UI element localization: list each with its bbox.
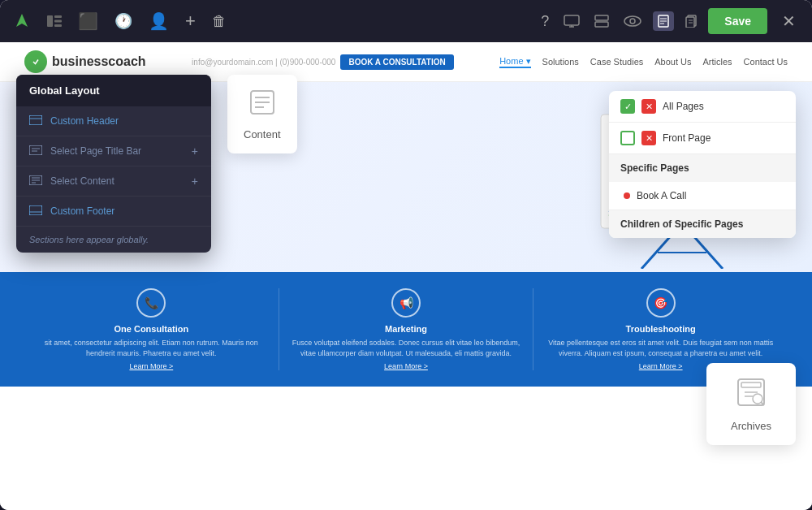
gl-select-page-title-label: Select Page Title Bar (50, 145, 141, 157)
svg-point-20 (30, 56, 41, 67)
site-contact-text: info@yourdomain.com | (0)900-000-000 (192, 58, 335, 67)
archives-icon (723, 376, 780, 415)
svg-rect-4 (54, 24, 62, 27)
page-icon[interactable] (653, 11, 674, 31)
service-consultation-body: sit amet, consectetur adipiscing elit. E… (32, 338, 270, 358)
nav-articles[interactable]: Articles (703, 57, 732, 67)
site-logo-icon (24, 50, 47, 73)
toolbar-right: ? (538, 8, 802, 34)
gl-select-content-plus[interactable]: + (192, 175, 198, 188)
pt-all-pages-x: ✕ (641, 99, 656, 114)
service-consultation: 📞 One Consultation sit amet, consectetur… (24, 288, 279, 370)
site-logo-text: businesscoach (52, 54, 146, 69)
pt-children-label: Children of Specific Pages (620, 218, 743, 230)
help-icon[interactable]: ? (538, 10, 552, 33)
pt-specific-pages-header: Specific Pages (609, 154, 796, 182)
pt-book-a-call[interactable]: Book A Call (609, 182, 796, 210)
pt-front-page-label: Front Page (663, 132, 710, 144)
gl-select-page-title-plus[interactable]: + (192, 145, 198, 158)
svg-rect-9 (595, 22, 608, 27)
svg-marker-0 (16, 14, 28, 27)
site-services: 📞 One Consultation sit amet, consectetur… (0, 272, 812, 387)
add-icon[interactable]: + (182, 7, 199, 35)
service-marketing-icon: 📢 (391, 288, 421, 318)
svg-rect-8 (595, 15, 608, 20)
site-contact: info@yourdomain.com | (0)900-000-000 BOO… (192, 54, 454, 70)
service-consultation-link[interactable]: Learn More > (32, 362, 270, 370)
close-button[interactable]: ✕ (775, 8, 802, 34)
gl-custom-footer[interactable]: Custom Footer (16, 197, 211, 227)
toolbar-left: ⬛ 🕐 👤 + 🗑 (10, 7, 230, 35)
svg-rect-33 (29, 115, 42, 125)
svg-rect-45 (741, 382, 761, 387)
gl-custom-footer-icon (29, 205, 42, 218)
gl-select-content[interactable]: Select Content + (16, 166, 211, 197)
service-marketing: 📢 Marketing Fusce volutpat eleifend soda… (279, 288, 534, 370)
service-marketing-link[interactable]: Learn More > (287, 362, 525, 370)
main-window: ⬛ 🕐 👤 + 🗑 ? (0, 0, 812, 510)
gl-footer-text: Sections here appear globally. (16, 227, 211, 253)
gl-select-page-title-icon (29, 145, 42, 158)
service-troubleshooting-title: Troubleshooting (542, 324, 780, 334)
svg-point-11 (630, 19, 635, 24)
gl-custom-footer-label: Custom Footer (50, 205, 114, 217)
pt-all-pages[interactable]: ✓ ✕ All Pages (609, 91, 796, 123)
service-marketing-title: Marketing (287, 324, 525, 334)
service-troubleshooting-body: Vitae pellentesque est eros sit amet vel… (542, 338, 780, 358)
svg-rect-5 (564, 15, 579, 25)
gl-custom-header-icon (29, 115, 42, 128)
canvas-area: businesscoach info@yourdomain.com | (0)9… (0, 42, 812, 510)
pt-front-page-x: ✕ (641, 131, 656, 145)
content-widget[interactable]: Content (227, 75, 297, 153)
service-consultation-title: One Consultation (32, 324, 270, 334)
pt-book-a-call-dot (624, 192, 630, 199)
gl-select-page-title[interactable]: Select Page Title Bar + (16, 136, 211, 166)
service-marketing-body: Fusce volutpat eleifend sodales. Donec c… (287, 338, 525, 358)
save-button[interactable]: Save (708, 8, 767, 34)
nav-about[interactable]: About Us (654, 57, 691, 67)
nav-home[interactable]: Home ▾ (499, 56, 530, 68)
archives-widget[interactable]: Archives (706, 363, 796, 445)
layout-icon[interactable] (591, 11, 612, 31)
archives-label: Archives (723, 420, 780, 432)
svg-rect-35 (29, 145, 42, 155)
nav-solutions[interactable]: Solutions (542, 57, 579, 67)
arova-logo[interactable] (10, 9, 34, 33)
pt-book-a-call-label: Book A Call (637, 190, 686, 201)
user-icon[interactable]: 👤 (145, 8, 172, 34)
gl-select-content-label: Select Content (50, 175, 114, 187)
pt-front-page[interactable]: ✕ Front Page (609, 123, 796, 154)
eye-icon[interactable] (620, 12, 645, 30)
pt-specific-pages-label: Specific Pages (620, 162, 689, 174)
svg-rect-42 (29, 205, 42, 215)
global-layout-title: Global Layout (16, 75, 211, 106)
pt-all-pages-check: ✓ (620, 99, 635, 114)
service-phone-icon: 📞 (136, 288, 166, 318)
global-layout-panel: Global Layout Custom Header Select Page … (16, 75, 211, 253)
page-type-dropdown: ✓ ✕ All Pages ✕ Front Page Specific Page… (609, 91, 796, 238)
svg-rect-3 (54, 20, 62, 23)
svg-rect-2 (54, 15, 62, 18)
content-widget-icon (244, 88, 281, 123)
pt-front-page-check (620, 131, 635, 145)
site-cta-btn[interactable]: BOOK A CONSULTATION (340, 54, 453, 70)
toolbar: ⬛ 🕐 👤 + 🗑 ? (0, 0, 812, 42)
site-nav-links: Home ▾ Solutions Case Studies About Us A… (499, 56, 788, 68)
content-widget-label: Content (244, 128, 281, 140)
site-logo: businesscoach (24, 50, 146, 73)
service-troubleshooting-icon: 🎯 (646, 288, 676, 318)
history-icon[interactable]: 🕐 (111, 9, 136, 33)
trash-icon[interactable]: 🗑 (209, 10, 230, 33)
nav-contact[interactable]: Contact Us (744, 57, 788, 67)
template-icon[interactable]: ⬛ (75, 8, 102, 34)
svg-rect-1 (47, 15, 53, 27)
nav-case-studies[interactable]: Case Studies (590, 57, 643, 67)
sidebar-toggle-icon[interactable] (44, 12, 65, 30)
gl-custom-header[interactable]: Custom Header (16, 106, 211, 136)
monitor-icon[interactable] (560, 11, 583, 31)
pages-icon[interactable] (682, 11, 700, 31)
pt-children-header: Children of Specific Pages (609, 210, 796, 238)
pt-all-pages-label: All Pages (663, 101, 704, 112)
service-troubleshooting: 🎯 Troubleshooting Vitae pellentesque est… (533, 288, 788, 370)
svg-point-10 (624, 16, 641, 26)
